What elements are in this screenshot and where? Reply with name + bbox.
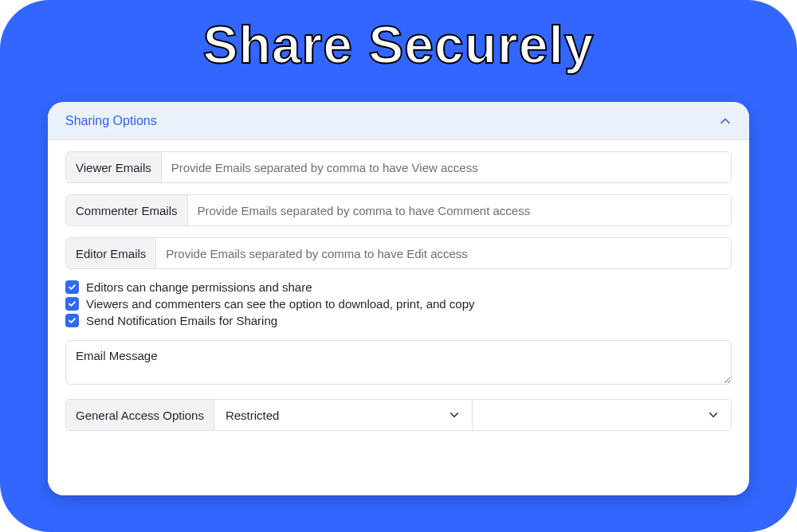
general-access-value: Restricted — [226, 409, 280, 422]
commenter-emails-input[interactable] — [188, 195, 731, 225]
editors-can-share-label: Editors can change permissions and share — [86, 280, 312, 294]
sharing-options-card: Sharing Options Viewer Emails Commenter … — [48, 102, 749, 495]
editor-emails-label: Editor Emails — [66, 238, 156, 268]
commenter-emails-label: Commenter Emails — [66, 195, 188, 225]
viewers-download-label: Viewers and commenters can see the optio… — [86, 297, 475, 311]
send-notification-label: Send Notification Emails for Sharing — [86, 314, 277, 327]
commenter-emails-group: Commenter Emails — [65, 194, 732, 226]
page-title: Share Securely — [0, 0, 797, 75]
general-access-select[interactable]: Restricted — [214, 400, 473, 430]
general-access-row: General Access Options Restricted — [65, 399, 732, 431]
editor-emails-input[interactable] — [156, 238, 731, 268]
general-access-chevron-down-icon — [448, 409, 461, 421]
editors-can-share-checkbox[interactable] — [65, 280, 79, 294]
panel-body: Viewer Emails Commenter Emails Editor Em… — [48, 140, 749, 448]
send-notification-row[interactable]: Send Notification Emails for Sharing — [65, 314, 732, 327]
viewers-download-row[interactable]: Viewers and commenters can see the optio… — [65, 297, 732, 311]
editors-can-share-row[interactable]: Editors can change permissions and share — [65, 280, 732, 294]
viewer-emails-input[interactable] — [162, 152, 731, 182]
secondary-access-select[interactable] — [473, 400, 731, 430]
editor-emails-group: Editor Emails — [65, 237, 732, 269]
viewers-download-checkbox[interactable] — [65, 297, 79, 311]
share-dialog-canvas: Share Securely Sharing Options Viewer Em… — [0, 0, 797, 532]
panel-header-title: Sharing Options — [65, 114, 157, 128]
viewer-emails-group: Viewer Emails — [65, 151, 732, 183]
viewer-emails-label: Viewer Emails — [66, 152, 162, 182]
general-access-label: General Access Options — [66, 400, 214, 430]
email-message-textarea[interactable] — [65, 340, 732, 385]
send-notification-checkbox[interactable] — [65, 314, 79, 327]
panel-header[interactable]: Sharing Options — [48, 102, 749, 140]
collapse-chevron-up-icon[interactable] — [719, 115, 732, 127]
secondary-access-chevron-down-icon — [707, 409, 720, 421]
